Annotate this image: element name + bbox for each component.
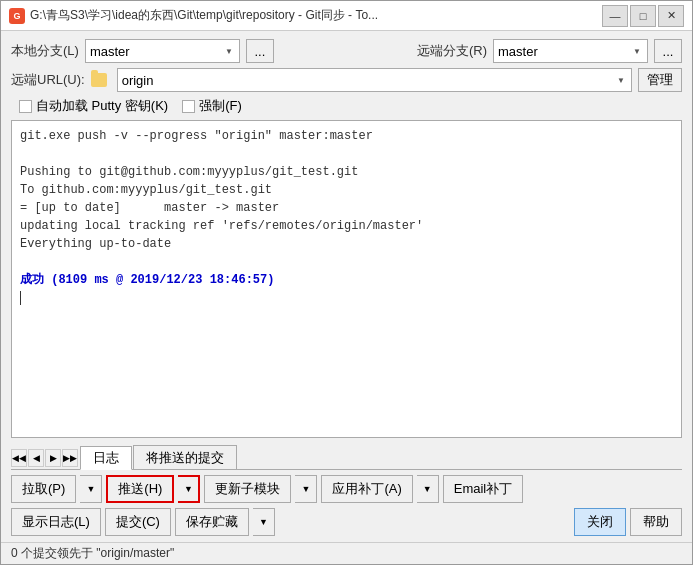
log-line-blank [20,253,673,271]
tab-log-label: 日志 [93,449,119,467]
tab-log[interactable]: 日志 [80,446,132,470]
fetch-arrow-button[interactable]: ▼ [80,475,102,503]
force-label: 强制(F) [199,97,242,115]
fetch-button[interactable]: 拉取(P) [11,475,76,503]
close-window-button[interactable]: ✕ [658,5,684,27]
options-row: 自动加载 Putty 密钥(K) 强制(F) [11,97,682,115]
commit-button[interactable]: 提交(C) [105,508,171,536]
local-branch-extra-button[interactable]: ... [246,39,274,63]
force-checkbox[interactable] [182,100,195,113]
log-line-4: = [up to date] master -> master [20,199,673,217]
log-line-2: Pushing to git@github.com:myyyplus/git_t… [20,163,673,181]
apply-patch-arrow-button[interactable]: ▼ [417,475,439,503]
remote-branch-value: master [498,44,631,59]
local-branch-dropdown[interactable]: master ▼ [85,39,240,63]
maximize-button[interactable]: □ [630,5,656,27]
status-bar: 0 个提交领先于 "origin/master" [1,542,692,564]
remote-branch-arrow-icon: ▼ [631,45,643,57]
auto-putty-checkbox-item[interactable]: 自动加载 Putty 密钥(K) [19,97,168,115]
help-button[interactable]: 帮助 [630,508,682,536]
remote-url-dropdown[interactable]: origin ▼ [117,68,632,92]
log-line-0: git.exe push -v --progress "origin" mast… [20,127,673,145]
status-text: 0 个提交领先于 "origin/master" [11,545,174,562]
log-line-6: Everything up-to-date [20,235,673,253]
remote-branch-label: 远端分支(R) [417,42,487,60]
nav-arrows: ◀◀ ◀ ▶ ▶▶ [11,449,78,469]
push-arrow-button[interactable]: ▼ [178,475,200,503]
cursor-icon [20,291,21,305]
push-button[interactable]: 推送(H) [106,475,174,503]
title-bar: G G:\青鸟S3\学习\idea的东西\Git\temp\git\reposi… [1,1,692,31]
log-cursor-line [20,289,673,307]
log-success-line: 成功 (8109 ms @ 2019/12/23 18:46:57) [20,271,673,289]
action-row-1: 拉取(P) ▼ 推送(H) ▼ 更新子模块 ▼ 应用补丁(A) ▼ Email补… [11,475,682,503]
branch-row: 本地分支(L) master ▼ ... 远端分支(R) master ▼ ..… [11,39,682,63]
apply-patch-button[interactable]: 应用补丁(A) [321,475,412,503]
force-checkbox-item[interactable]: 强制(F) [182,97,242,115]
auto-putty-checkbox[interactable] [19,100,32,113]
remote-url-label: 远端URL(U): [11,71,85,89]
log-line-1 [20,145,673,163]
main-window: G G:\青鸟S3\学习\idea的东西\Git\temp\git\reposi… [0,0,693,565]
local-branch-value: master [90,44,223,59]
window-controls: — □ ✕ [602,5,684,27]
remote-url-row: 远端URL(U): origin ▼ 管理 [11,68,682,92]
action-row-2: 显示日志(L) 提交(C) 保存贮藏 ▼ 关闭 帮助 [11,508,682,536]
log-line-5: updating local tracking ref 'refs/remote… [20,217,673,235]
remote-url-value: origin [122,73,615,88]
remote-branch-extra-button[interactable]: ... [654,39,682,63]
local-branch-arrow-icon: ▼ [223,45,235,57]
nav-next-button[interactable]: ▶ [45,449,61,467]
minimize-button[interactable]: — [602,5,628,27]
log-line-3: To github.com:myyyplus/git_test.git [20,181,673,199]
stash-arrow-button[interactable]: ▼ [253,508,275,536]
manage-button[interactable]: 管理 [638,68,682,92]
local-branch-label: 本地分支(L) [11,42,79,60]
content-area: 本地分支(L) master ▼ ... 远端分支(R) master ▼ ..… [1,31,692,542]
nav-last-button[interactable]: ▶▶ [62,449,78,467]
remote-branch-dropdown[interactable]: master ▼ [493,39,648,63]
stash-button[interactable]: 保存贮藏 [175,508,249,536]
email-patch-button[interactable]: Email补丁 [443,475,524,503]
auto-putty-label: 自动加载 Putty 密钥(K) [36,97,168,115]
nav-prev-button[interactable]: ◀ [28,449,44,467]
window-title: G:\青鸟S3\学习\idea的东西\Git\temp\git\reposito… [30,7,602,24]
update-submodule-arrow-button[interactable]: ▼ [295,475,317,503]
tabs-row: ◀◀ ◀ ▶ ▶▶ 日志 将推送的提交 [11,445,682,470]
show-log-button[interactable]: 显示日志(L) [11,508,101,536]
remote-url-arrow-icon: ▼ [615,74,627,86]
tab-pending-push[interactable]: 将推送的提交 [133,445,237,469]
close-button[interactable]: 关闭 [574,508,626,536]
close-help-group: 关闭 帮助 [574,508,682,536]
update-submodule-button[interactable]: 更新子模块 [204,475,291,503]
log-area: git.exe push -v --progress "origin" mast… [11,120,682,438]
nav-first-button[interactable]: ◀◀ [11,449,27,467]
tab-pending-push-label: 将推送的提交 [146,449,224,467]
folder-icon [91,73,107,87]
app-icon: G [9,8,25,24]
